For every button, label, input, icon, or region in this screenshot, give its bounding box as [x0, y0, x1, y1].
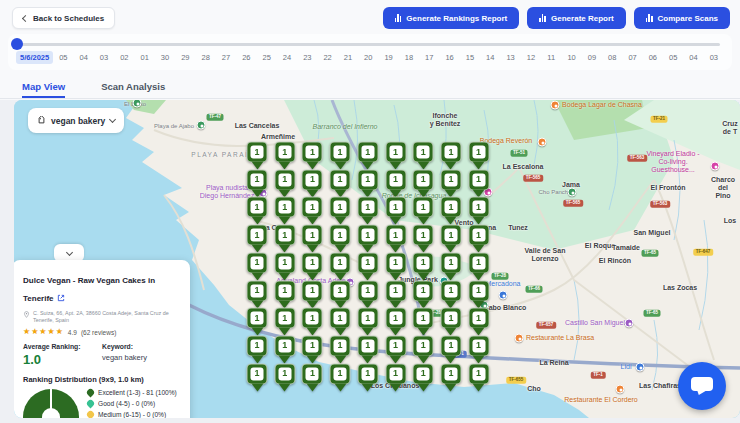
rank-pin[interactable]: 1: [302, 308, 323, 329]
shopping-icon[interactable]: [499, 291, 508, 300]
rank-pin[interactable]: 1: [247, 141, 268, 162]
timeline-date[interactable]: 01: [135, 53, 155, 62]
restaurant-icon[interactable]: [616, 385, 625, 394]
rank-pin[interactable]: 1: [357, 308, 378, 329]
map-view[interactable]: El BalitoPlaya de AjaboPLAYA PARAÍSOLas …: [14, 100, 740, 418]
rank-pin[interactable]: 1: [440, 335, 461, 356]
rank-pin[interactable]: 1: [274, 280, 295, 301]
rank-pin[interactable]: 1: [468, 169, 489, 190]
rank-pin[interactable]: 1: [302, 280, 323, 301]
timeline-date[interactable]: 13: [500, 53, 520, 62]
rank-pin[interactable]: 1: [274, 252, 295, 273]
rank-pin[interactable]: 1: [247, 363, 268, 384]
rank-pin[interactable]: 1: [274, 197, 295, 218]
tab-map-view[interactable]: Map View: [22, 74, 65, 98]
rank-pin[interactable]: 1: [302, 197, 323, 218]
park-icon[interactable]: [568, 188, 577, 197]
rank-pin[interactable]: 1: [385, 169, 406, 190]
rank-pin[interactable]: 1: [302, 169, 323, 190]
rank-pin[interactable]: 1: [413, 169, 434, 190]
rank-pin[interactable]: 1: [330, 169, 351, 190]
compare-scans-button[interactable]: Compare Scans: [634, 7, 730, 29]
timeline-date[interactable]: 11: [541, 53, 561, 62]
timeline-date[interactable]: 15: [460, 53, 480, 62]
rank-pin[interactable]: 1: [330, 363, 351, 384]
rank-pin[interactable]: 1: [440, 308, 461, 329]
keyword-selector[interactable]: vegan bakery: [28, 108, 124, 133]
rank-pin[interactable]: 1: [357, 335, 378, 356]
timeline-date[interactable]: 27: [216, 53, 236, 62]
timeline-date[interactable]: 10: [561, 53, 581, 62]
rank-pin[interactable]: 1: [468, 141, 489, 162]
rank-pin[interactable]: 1: [413, 197, 434, 218]
rank-pin[interactable]: 1: [440, 363, 461, 384]
rank-pin[interactable]: 1: [440, 224, 461, 245]
rank-pin[interactable]: 1: [385, 141, 406, 162]
timeline-date[interactable]: 03: [94, 53, 114, 62]
rank-pin[interactable]: 1: [302, 363, 323, 384]
generate-report-button[interactable]: Generate Report: [527, 7, 625, 29]
timeline-date[interactable]: 06: [643, 53, 663, 62]
rank-pin[interactable]: 1: [330, 224, 351, 245]
timeline-date[interactable]: 25: [256, 53, 276, 62]
rank-pin[interactable]: 1: [247, 252, 268, 273]
timeline-date[interactable]: 09: [582, 53, 602, 62]
rank-pin[interactable]: 1: [330, 335, 351, 356]
rank-pin[interactable]: 1: [468, 252, 489, 273]
rank-pin[interactable]: 1: [385, 280, 406, 301]
rank-pin[interactable]: 1: [302, 141, 323, 162]
timeline-date[interactable]: 05: [663, 53, 683, 62]
restaurant-icon[interactable]: [551, 101, 560, 110]
rank-pin[interactable]: 1: [468, 335, 489, 356]
rank-pin[interactable]: 1: [413, 141, 434, 162]
rank-pin[interactable]: 1: [468, 308, 489, 329]
restaurant-icon[interactable]: [538, 138, 547, 147]
restaurant-icon[interactable]: [515, 334, 524, 343]
rank-pin[interactable]: 1: [385, 197, 406, 218]
rank-pin[interactable]: 1: [357, 169, 378, 190]
rank-pin[interactable]: 1: [330, 252, 351, 273]
timeline-date[interactable]: 28: [196, 53, 216, 62]
timeline-date[interactable]: 16: [439, 53, 459, 62]
rank-pin[interactable]: 1: [468, 363, 489, 384]
timeline-slider-handle[interactable]: [11, 38, 23, 50]
rank-pin[interactable]: 1: [274, 308, 295, 329]
tab-scan-analysis[interactable]: Scan Analysis: [101, 74, 165, 98]
timeline-date[interactable]: 24: [277, 53, 297, 62]
rank-pin[interactable]: 1: [247, 169, 268, 190]
rank-pin[interactable]: 1: [330, 280, 351, 301]
rank-pin[interactable]: 1: [385, 252, 406, 273]
rank-pin[interactable]: 1: [440, 169, 461, 190]
timeline-date[interactable]: 14: [480, 53, 500, 62]
chat-widget-button[interactable]: [678, 362, 726, 410]
external-link-icon[interactable]: [57, 288, 65, 306]
timeline-date[interactable]: 05: [53, 53, 73, 62]
generate-rankings-report-button[interactable]: Generate Rankings Report: [383, 7, 520, 29]
timeline-date[interactable]: 04: [683, 53, 703, 62]
rank-pin[interactable]: 1: [413, 335, 434, 356]
timeline-date[interactable]: 04: [74, 53, 94, 62]
timeline-date[interactable]: 08: [602, 53, 622, 62]
rank-pin[interactable]: 1: [440, 141, 461, 162]
rank-pin[interactable]: 1: [274, 141, 295, 162]
rank-pin[interactable]: 1: [302, 224, 323, 245]
timeline-track[interactable]: [16, 43, 720, 46]
rank-pin[interactable]: 1: [302, 335, 323, 356]
rank-pin[interactable]: 1: [385, 363, 406, 384]
rank-pin[interactable]: 1: [440, 280, 461, 301]
timeline-date[interactable]: 17: [419, 53, 439, 62]
rank-pin[interactable]: 1: [274, 363, 295, 384]
rank-pin[interactable]: 1: [274, 169, 295, 190]
rank-pin[interactable]: 1: [247, 335, 268, 356]
rank-pin[interactable]: 1: [247, 224, 268, 245]
rank-pin[interactable]: 1: [385, 308, 406, 329]
rank-pin[interactable]: 1: [357, 141, 378, 162]
timeline-date[interactable]: 03: [704, 53, 724, 62]
rank-pin[interactable]: 1: [440, 252, 461, 273]
rank-pin[interactable]: 1: [247, 308, 268, 329]
rank-pin[interactable]: 1: [468, 224, 489, 245]
timeline-date[interactable]: 07: [622, 53, 642, 62]
timeline-date[interactable]: 20: [358, 53, 378, 62]
timeline-date[interactable]: 18: [399, 53, 419, 62]
rank-pin[interactable]: 1: [413, 363, 434, 384]
